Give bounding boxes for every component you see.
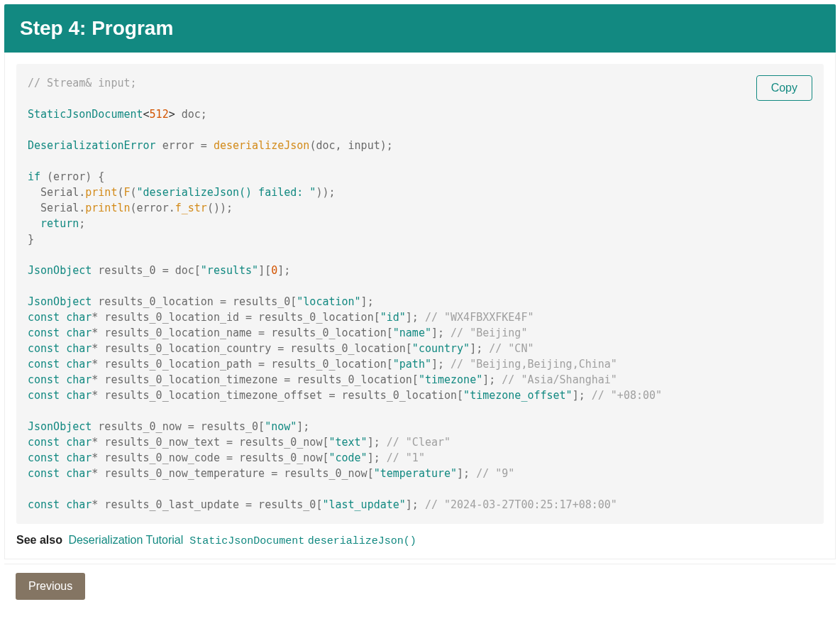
step-title: Step 4: Program bbox=[20, 17, 173, 39]
see-also-label: See also bbox=[16, 534, 62, 546]
code-block: Copy // Stream& input; StaticJsonDocumen… bbox=[16, 64, 824, 524]
copy-button[interactable]: Copy bbox=[756, 75, 812, 101]
code-content: // Stream& input; StaticJsonDocument<512… bbox=[28, 75, 812, 513]
see-also-section: See also Deserialization Tutorial Static… bbox=[16, 534, 824, 547]
step-footer: Previous bbox=[4, 564, 836, 608]
see-also-link-tutorial[interactable]: Deserialization Tutorial bbox=[68, 534, 183, 546]
see-also-link-deserializejson[interactable]: deserializeJson() bbox=[308, 535, 416, 547]
step-header: Step 4: Program bbox=[4, 4, 836, 53]
step-content: Copy // Stream& input; StaticJsonDocumen… bbox=[4, 53, 836, 559]
previous-button[interactable]: Previous bbox=[16, 573, 85, 600]
see-also-link-staticjsondocument[interactable]: StaticJsonDocument bbox=[189, 535, 304, 547]
